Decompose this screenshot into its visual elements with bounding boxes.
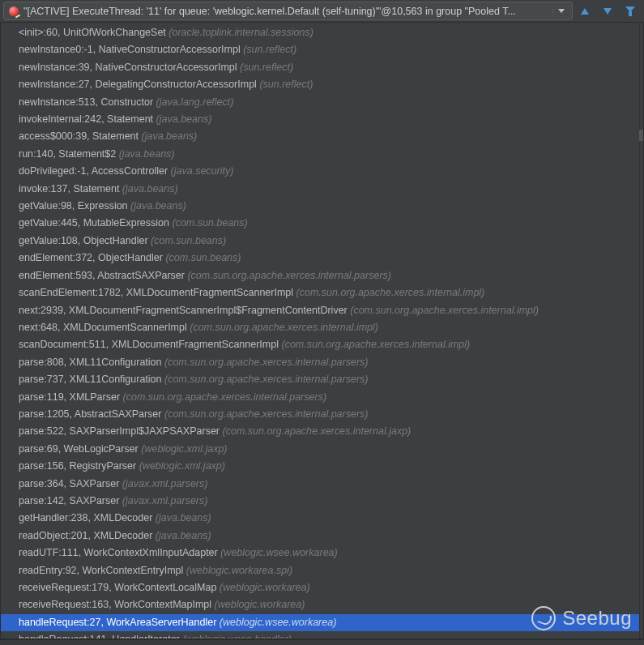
frame-package: (com.sun.beans) [165,252,241,263]
stack-frame[interactable]: newInstance:27, DelegatingConstructorAcc… [1,76,643,93]
stack-frame[interactable]: endElement:372, ObjectHandler (com.sun.b… [1,250,643,267]
stack-frame[interactable]: readUTF:111, WorkContextXmlInputAdapter … [1,545,643,562]
frame-signature: next:648, XMLDocumentScannerImpl [19,322,190,333]
stack-frame[interactable]: invokeInternal:242, Statement (java.bean… [1,111,643,128]
chevron-down-icon [558,9,565,13]
stack-frame[interactable]: <init>:60, UnitOfWorkChangeSet (oracle.t… [1,24,643,41]
frame-signature: scanEndElement:1782, XMLDocumentFragment… [19,287,296,298]
frame-package: (sun.reflect) [243,44,296,55]
frame-package: (java.beans) [156,530,211,541]
frame-signature: doPrivileged:-1, AccessController [19,165,171,177]
frame-package: (java.beans) [156,512,211,523]
arrow-down-icon [603,8,612,15]
frame-list[interactable]: <init>:60, UnitOfWorkChangeSet (oracle.t… [1,23,643,639]
frame-signature: parse:142, SAXParser [19,495,122,506]
frame-signature: getHandler:238, XMLDecoder [19,512,156,523]
frame-signature: endElement:372, ObjectHandler [19,252,165,263]
frame-package: (com.sun.beans) [151,235,226,246]
frame-package: (com.sun.org.apache.xerces.internal.pars… [187,270,391,281]
next-frame-button[interactable] [597,2,618,20]
frame-signature: <init>:60, UnitOfWorkChangeSet [19,27,168,38]
frame-package: (com.sun.org.apache.xerces.internal.impl… [296,287,485,298]
frame-package: (java.beans) [130,200,186,211]
stack-frame[interactable]: invoke:137, Statement (java.beans) [1,181,643,198]
frame-signature: handleRequest:141, HandlerIterator [19,634,182,639]
frame-package: (oracle.toplink.internal.sessions) [168,27,313,38]
frame-package: (java.beans) [122,183,178,194]
frame-signature: newInstance0:-1, NativeConstructorAccess… [19,44,243,55]
frame-signature: parse:737, XML11Configuration [19,374,164,385]
frame-signature: newInstance:39, NativeConstructorAccesso… [19,62,240,73]
stack-frame[interactable]: readEntry:92, WorkContextEntryImpl (webl… [1,562,643,579]
filter-frames-button[interactable] [620,2,641,20]
breakpoint-icon [9,6,19,16]
stack-frame[interactable]: getValue:108, ObjectHandler (com.sun.bea… [1,233,643,250]
frame-signature: parse:808, XML11Configuration [19,357,164,368]
frame-signature: getValue:98, Expression [19,200,130,211]
frame-signature: parse:69, WebLogicParser [19,443,141,455]
stack-frame[interactable]: parse:737, XML11Configuration (com.sun.o… [1,371,643,388]
stack-frame[interactable]: endElement:593, AbstractSAXParser (com.s… [1,267,643,284]
frame-package: (java.beans) [119,148,175,160]
frame-signature: invoke:137, Statement [19,183,122,194]
debugger-panel: "[ACTIVE] ExecuteThread: '11' for queue:… [0,0,644,645]
stack-frame[interactable]: parse:142, SAXParser (javax.xml.parsers) [1,493,643,510]
frame-package: (java.beans) [156,113,212,125]
thread-dropdown-caret[interactable] [552,9,569,13]
frame-signature: invokeInternal:242, Statement [19,113,156,125]
stack-frame[interactable]: parse:156, RegistryParser (weblogic.xml.… [1,458,643,475]
frame-package: (java.security) [171,165,234,177]
stack-frame[interactable]: next:648, XMLDocumentScannerImpl (com.su… [1,319,643,336]
funnel-icon [625,6,635,16]
stack-frame[interactable]: receiveRequest:179, WorkContextLocalMap … [1,579,643,596]
stack-frame[interactable]: scanDocument:511, XMLDocumentFragmentSca… [1,336,643,353]
scrollbar-gutter[interactable] [639,23,643,639]
frame-package: (java.lang.reflect) [156,96,234,108]
stack-frame[interactable]: next:2939, XMLDocumentFragmentScannerImp… [1,302,643,319]
thread-label: "[ACTIVE] ExecuteThread: '11' for queue:… [23,6,549,17]
frame-signature: getValue:108, ObjectHandler [19,235,151,246]
frame-package: (weblogic.wsee.workarea) [220,547,338,558]
frame-package: (sun.reflect) [259,79,313,90]
thread-selector[interactable]: "[ACTIVE] ExecuteThread: '11' for queue:… [3,2,573,20]
bottom-bar [0,639,644,645]
frame-signature: parse:364, SAXParser [19,478,122,489]
stack-frame[interactable]: run:140, Statement$2 (java.beans) [1,146,643,163]
stack-frame[interactable]: newInstance:513, Constructor (java.lang.… [1,94,643,111]
frame-package: (weblogic.xml.jaxp) [139,460,225,472]
stack-frame[interactable]: scanEndElement:1782, XMLDocumentFragment… [1,284,643,301]
stack-frame[interactable]: getHandler:238, XMLDecoder (java.beans) [1,510,643,527]
stack-frame[interactable]: getValue:98, Expression (java.beans) [1,198,643,215]
stack-frame[interactable]: parse:522, SAXParserImpl$JAXPSAXParser (… [1,423,643,440]
frame-package: (com.sun.org.apache.xerces.internal.pars… [164,374,369,385]
stack-frame[interactable]: doPrivileged:-1, AccessController (java.… [1,163,643,180]
stack-frame[interactable]: handleRequest:27, WorkAreaServerHandler … [1,614,643,631]
arrow-up-icon [581,8,589,15]
frame-signature: access$000:39, Statement [19,130,141,142]
stack-frame[interactable]: handleRequest:141, HandlerIterator (webl… [1,631,643,639]
stack-frame[interactable]: newInstance0:-1, NativeConstructorAccess… [1,41,643,58]
stack-frame[interactable]: parse:1205, AbstractSAXParser (com.sun.o… [1,406,643,423]
frame-package: (sun.reflect) [240,62,293,73]
frame-package: (javax.xml.parsers) [122,495,208,506]
previous-frame-button[interactable] [574,2,595,20]
stack-frame[interactable]: parse:808, XML11Configuration (com.sun.o… [1,354,643,371]
stack-frame[interactable]: parse:364, SAXParser (javax.xml.parsers) [1,476,643,493]
stack-frame[interactable]: parse:119, XMLParser (com.sun.org.apache… [1,389,643,406]
frame-signature: endElement:593, AbstractSAXParser [19,270,187,281]
stack-frame[interactable]: receiveRequest:163, WorkContextMapImpl (… [1,596,643,613]
stack-frame[interactable]: newInstance:39, NativeConstructorAccesso… [1,59,643,76]
frame-package: (com.sun.org.apache.xerces.internal.pars… [164,357,369,368]
stack-frame[interactable]: access$000:39, Statement (java.beans) [1,128,643,145]
stack-frame[interactable]: readObject:201, XMLDecoder (java.beans) [1,528,643,545]
frame-package: (weblogic.workarea.spi) [186,565,292,576]
frame-package: (weblogic.workarea) [215,599,305,610]
stack-frame[interactable]: getValue:445, MutableExpression (com.sun… [1,215,643,232]
frame-package: (java.beans) [141,130,197,142]
frames-view: <init>:60, UnitOfWorkChangeSet (oracle.t… [0,23,644,639]
frame-signature: receiveRequest:179, WorkContextLocalMap [19,582,220,593]
frame-signature: parse:1205, AbstractSAXParser [19,408,164,420]
frame-signature: newInstance:513, Constructor [19,96,156,108]
frame-package: (com.sun.org.apache.xerces.internal.pars… [123,391,327,403]
stack-frame[interactable]: parse:69, WebLogicParser (weblogic.xml.j… [1,441,643,458]
